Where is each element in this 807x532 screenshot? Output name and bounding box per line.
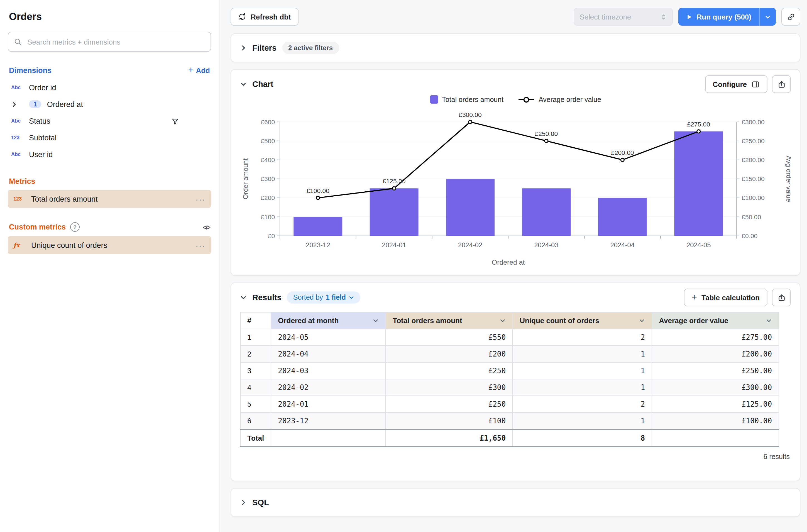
col-header-average-order-value[interactable]: Average order value [652,312,779,329]
refresh-dbt-button[interactable]: Refresh dbt [231,8,299,26]
metrics-header: Metrics [9,177,35,186]
add-dimension-button[interactable]: + Add [188,66,210,75]
table-header-row: # Ordered at month Total orders amount U… [240,312,779,329]
sidebar-item-label: Status [29,117,51,125]
chevron-down-icon [500,318,506,324]
sidebar-item-status[interactable]: Abc Status [8,113,211,129]
results-card: Results Sorted by 1 field + Table calcul… [231,282,800,481]
svg-text:2024-03: 2024-03 [534,241,558,249]
panel-icon [751,80,760,88]
results-title[interactable]: Results [252,293,282,302]
table-row[interactable]: 5 2024-01 £250 2 £125.00 [240,396,779,413]
sidebar-item-user-id[interactable]: Abc User id [8,146,211,163]
sidebar-item-unique-count-of-orders[interactable]: ƒx Unique count of orders ··· [8,236,211,254]
chevron-down-icon [639,318,645,324]
table-row[interactable]: 6 2023-12 £100 1 £100.00 [240,413,779,430]
col-header-total-orders-amount[interactable]: Total orders amount [386,312,513,329]
chart-canvas[interactable]: £0£100£200£300£400£500£600£0.00£50.00£10… [240,105,791,270]
svg-text:£300.00: £300.00 [459,111,482,118]
active-count-badge: 1 [29,100,41,108]
link-icon [787,13,795,21]
chevron-right-icon[interactable] [240,44,247,51]
sidebar-item-subtotal[interactable]: 123 Subtotal [8,129,211,146]
sql-card: SQL [231,488,800,517]
run-query-button[interactable]: Run query (500) [678,8,760,26]
dimensions-header: Dimensions [9,66,52,75]
col-header-ordered-at-month[interactable]: Ordered at month [271,312,386,329]
plus-icon: + [188,65,194,75]
chevron-down-icon [372,318,379,324]
search-input[interactable] [26,37,205,46]
sidebar-item-total-orders-amount[interactable]: 123 Total orders amount ··· [8,190,211,208]
sidebar-item-label: Ordered at [47,100,83,108]
help-icon[interactable]: ? [70,222,80,232]
chevron-right-icon [11,101,24,107]
filters-title[interactable]: Filters [252,43,276,52]
sorted-by-pill[interactable]: Sorted by 1 field [287,291,360,304]
refresh-icon [238,13,246,21]
chart-title[interactable]: Chart [252,80,273,89]
svg-text:£125.00: £125.00 [383,177,406,185]
share-link-button[interactable] [781,8,800,26]
sidebar-item-label: Order id [29,83,56,92]
filters-card: Filters 2 active filters [231,34,800,62]
col-header-index: # [240,312,271,329]
table-row[interactable]: 4 2024-02 £300 1 £300.00 [240,379,779,396]
table-calculation-button[interactable]: + Table calculation [684,288,767,306]
svg-text:£300.00: £300.00 [742,118,765,126]
svg-text:£0.00: £0.00 [742,232,757,240]
filter-icon[interactable] [172,117,179,125]
svg-text:Avg order value: Avg order value [785,156,791,202]
configure-button[interactable]: Configure [705,75,767,93]
svg-text:£275.00: £275.00 [687,120,710,128]
code-icon[interactable]: </> [203,224,210,230]
chevron-right-icon[interactable] [240,499,247,506]
sidebar-item-label: Unique count of orders [31,241,107,249]
number-type-icon: 123 [11,135,24,140]
timezone-select[interactable]: Select timezone [574,8,673,26]
svg-text:£200.00: £200.00 [611,149,634,156]
legend-item-bar[interactable]: Total orders amount [430,95,503,103]
more-options-icon[interactable]: ··· [195,240,206,250]
main: Refresh dbt Select timezone Run query (5… [219,0,807,532]
svg-text:2023-12: 2023-12 [306,241,330,249]
svg-text:£0: £0 [268,232,275,240]
export-chart-button[interactable] [772,75,791,93]
chevron-down-icon [766,318,772,324]
search-icon [14,38,22,46]
table-row[interactable]: 2 2024-04 £200 1 £200.00 [240,346,779,362]
table-row[interactable]: 1 2024-05 £550 2 £275.00 [240,329,779,346]
custom-metrics-header: Custom metrics [9,223,66,231]
svg-text:£100: £100 [261,213,275,221]
legend-bar-swatch [430,95,438,103]
svg-text:£100.00: £100.00 [742,194,765,202]
svg-text:2024-01: 2024-01 [382,241,406,249]
table-total-row: Total £1,650 8 [240,430,779,447]
sidebar-item-label: Total orders amount [31,195,98,203]
legend-line-marker-icon [518,96,535,103]
abc-type-icon: Abc [11,85,24,90]
topbar: Refresh dbt Select timezone Run query (5… [231,8,800,26]
svg-text:£250.00: £250.00 [742,137,765,145]
abc-type-icon: Abc [11,152,24,157]
results-table: # Ordered at month Total orders amount U… [240,312,779,447]
share-icon [777,80,786,88]
play-icon [686,14,692,20]
svg-text:£500: £500 [261,137,275,145]
table-row[interactable]: 3 2024-03 £250 1 £250.00 [240,362,779,379]
more-options-icon[interactable]: ··· [195,194,206,204]
chevron-down-icon[interactable] [240,294,247,301]
sidebar-item-ordered-at[interactable]: 1 Ordered at [8,96,211,113]
sql-title[interactable]: SQL [252,498,269,507]
chevron-down-icon[interactable] [240,81,247,88]
number-type-icon: 123 [13,196,27,202]
svg-text:£400: £400 [261,156,275,164]
col-header-unique-count[interactable]: Unique count of orders [513,312,652,329]
legend-item-line[interactable]: Average order value [518,96,601,103]
sidebar-item-order-id[interactable]: Abc Order id [8,79,211,96]
export-results-button[interactable] [772,288,791,306]
chart-card: Chart Configure [231,69,800,276]
share-icon [777,293,786,302]
svg-text:£200: £200 [261,194,275,202]
run-query-dropdown-button[interactable] [760,8,776,26]
